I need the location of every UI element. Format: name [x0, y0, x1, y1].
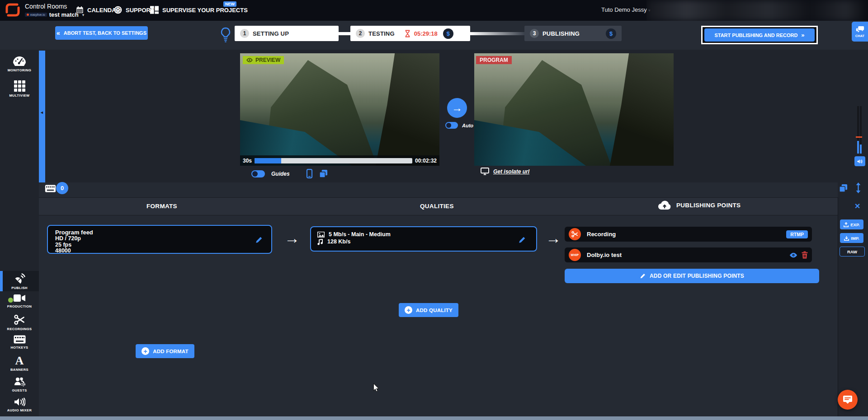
sidebar-item-production[interactable]: PRODUCTION	[0, 294, 39, 308]
format-title: Program feed	[55, 229, 93, 236]
recording-scissors-icon	[569, 228, 581, 240]
import-button[interactable]: IMP.	[840, 233, 863, 243]
speaker-icon	[14, 397, 25, 406]
flow-arrow-icon: →	[546, 229, 561, 247]
mobile-preview-icon[interactable]	[306, 169, 313, 178]
publishing-point-name: Dolby.io test	[587, 252, 622, 258]
program-monitor[interactable]: PROGRAM	[474, 53, 674, 166]
monitor-audio-button[interactable]	[854, 156, 865, 166]
take-transition-button[interactable]: →	[447, 98, 467, 118]
format-card[interactable]: Program feed HD / 720p 25 fps 48000	[47, 225, 272, 254]
trash-icon[interactable]	[802, 251, 808, 259]
audio-quality-icon	[317, 239, 323, 245]
menu-supervise-label: SUPERVISE YOUR PROJECTS	[162, 7, 248, 14]
preview-monitor[interactable]: PREVIEW 30s 00:02:32	[240, 53, 439, 166]
topbar: Control Rooms easylive.io test match ▾ C…	[0, 0, 868, 21]
get-isolate-url-link[interactable]: Get isolate url	[493, 168, 529, 175]
menu-support[interactable]: SUPPORT	[114, 6, 154, 14]
start-publishing-button[interactable]: START PUBLISHING AND RECORD »	[704, 28, 815, 42]
guides-label: Guides	[271, 171, 290, 177]
format-audio-rate: 48000	[55, 248, 93, 254]
billing-dollar-icon: $	[443, 28, 453, 39]
sidebar-item-monitoring[interactable]: MONITORING	[0, 56, 39, 72]
eye-icon[interactable]	[789, 252, 798, 258]
timecode: 00:02:32	[415, 158, 437, 164]
program-footer: Get isolate url	[481, 168, 529, 175]
chevrons-left-icon: «	[57, 29, 60, 37]
transition-fill	[255, 158, 281, 163]
step-testing: 2 TESTING 05:29:18 $	[350, 26, 470, 41]
panel-collapse-strip[interactable]: ◄	[39, 51, 45, 182]
publishing-header-group: PUBLISHING POINTS	[658, 200, 741, 210]
logo-dot-icon	[27, 14, 29, 16]
abort-test-button[interactable]: « ABORT TEST, BACK TO SETTINGS	[55, 26, 148, 40]
calendar-icon	[76, 6, 84, 14]
sidebar-item-recordings[interactable]: RECORDINGS	[0, 314, 39, 331]
sidebar-item-banners[interactable]: A BANNERS	[0, 356, 39, 372]
step-label: SETTING UP	[253, 30, 289, 37]
auto-toggle[interactable]	[445, 122, 458, 129]
hotkeys-icon[interactable]	[45, 185, 56, 192]
start-publishing-highlight-frame: START PUBLISHING AND RECORD »	[701, 26, 818, 44]
control-room-app: Control Rooms easylive.io test match ▾ C…	[0, 0, 868, 420]
chat-button[interactable]: CHAT	[852, 22, 868, 42]
preview-badge: PREVIEW	[243, 56, 284, 64]
publishing-point-recording[interactable]: Recording RTMP	[565, 227, 812, 242]
guides-toggle[interactable]	[251, 170, 265, 177]
export-button[interactable]: EXP.	[840, 219, 863, 229]
edit-pencil-icon[interactable]	[518, 236, 526, 244]
easylive-logo-icon	[5, 3, 21, 17]
audio-meter-level	[857, 141, 859, 154]
format-fps: 25 fps	[55, 242, 93, 248]
user-menu[interactable]: Tuto Demo Jessy ▾	[601, 6, 651, 13]
satellite-dish-icon	[14, 273, 25, 284]
step-label: TESTING	[368, 30, 395, 37]
project-name: test match	[49, 11, 79, 18]
monitor-icon	[481, 168, 489, 175]
protocol-badge: RTMP	[786, 230, 808, 238]
add-quality-button[interactable]: + ADD QUALITY	[399, 303, 458, 317]
active-item-indicator	[0, 271, 3, 291]
arrow-right-icon: →	[452, 102, 462, 114]
quality-card[interactable]: 5 Mb/s - Main - Medium 128 Kb/s	[310, 226, 537, 252]
lightbulb-icon[interactable]	[220, 27, 231, 42]
quality-video: 5 Mb/s - Main - Medium	[329, 232, 391, 238]
chevrons-right-icon: »	[801, 32, 804, 38]
expand-vertical-icon[interactable]	[855, 182, 861, 193]
easylive-badge: easylive.io	[25, 13, 47, 17]
publishing-point-dolby[interactable]: WHIP Dolby.io test	[565, 247, 812, 262]
banner-letter-icon: A	[15, 356, 24, 366]
chat-bubbles-icon	[856, 26, 864, 33]
transition-duration: 30s	[243, 158, 252, 164]
lifebuoy-icon	[114, 6, 122, 14]
import-tray-icon	[844, 236, 849, 241]
menu-supervise[interactable]: SUPERVISE YOUR PROJECTS	[150, 6, 248, 14]
sidebar-item-hotkeys[interactable]: HOTKEYS	[0, 335, 39, 350]
auto-label: Auto	[462, 123, 473, 128]
export-tray-icon	[844, 222, 849, 227]
dashboard-panes-icon	[150, 6, 159, 14]
sidebar-item-guests[interactable]: GUESTS	[0, 377, 39, 392]
add-format-button[interactable]: + ADD FORMAT	[136, 344, 194, 358]
support-chat-launcher[interactable]	[838, 390, 858, 410]
plus-circle-icon: +	[405, 306, 412, 314]
mouse-cursor	[373, 383, 380, 392]
production-live-dot	[8, 298, 13, 303]
grid-icon	[14, 80, 25, 92]
sidebar-item-publish[interactable]: PUBLISH	[0, 271, 39, 291]
bottom-scrollbar[interactable]	[0, 416, 868, 420]
add-edit-publishing-points-button[interactable]: ADD OR EDIT PUBLISHING POINTS	[565, 269, 819, 283]
hotkeys-count-badge[interactable]: 0	[56, 182, 68, 194]
audio-meter-level	[860, 145, 862, 154]
duplicate-icon[interactable]	[839, 184, 848, 192]
edit-pencil-icon[interactable]	[255, 236, 263, 244]
sidebar-item-audio-mixer[interactable]: AUDIO MIXER	[0, 397, 39, 412]
video-quality-icon	[317, 232, 325, 238]
raw-button[interactable]: RAW	[840, 247, 865, 257]
sidebar-item-multiview[interactable]: MULTIVIEW	[0, 80, 39, 98]
close-icon[interactable]: ✕	[854, 202, 860, 210]
step-label: PUBLISHING	[542, 30, 580, 37]
transition-track[interactable]	[255, 158, 412, 163]
layers-icon[interactable]	[319, 169, 328, 178]
project-selector[interactable]: easylive.io test match ▾	[25, 11, 84, 18]
